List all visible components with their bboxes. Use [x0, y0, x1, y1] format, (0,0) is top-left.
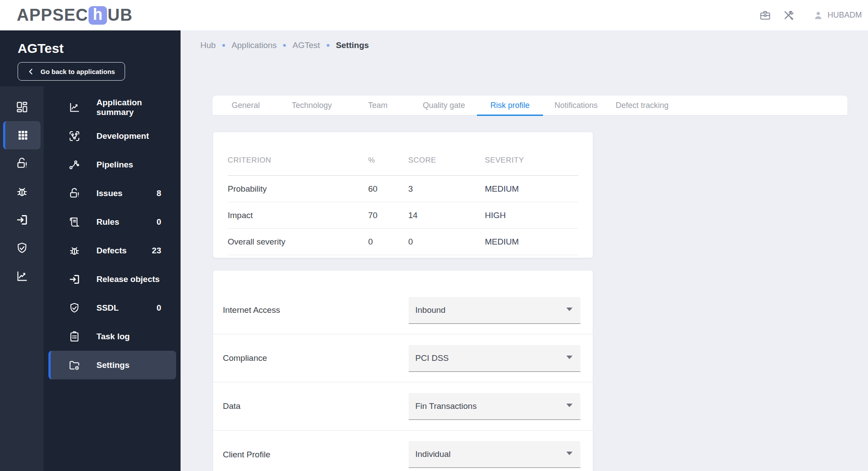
- sidebar-item-label: Task log: [96, 332, 130, 341]
- dropdown-caret-icon: [566, 308, 573, 311]
- sidebar-item-ssdl[interactable]: SSDL0: [44, 293, 181, 322]
- dashboard-icon: [15, 100, 29, 114]
- top-header: APPSEChUB HUBADM: [0, 0, 868, 30]
- field-label: Compliance: [223, 353, 267, 363]
- breadcrumb-separator-dot: [327, 44, 329, 47]
- form-row-client-profile: Client ProfileIndividual: [213, 430, 593, 471]
- tab-defect-tracking[interactable]: Defect tracking: [609, 96, 675, 115]
- breadcrumb-separator-dot: [222, 44, 225, 47]
- breadcrumb-item-applications[interactable]: Applications: [232, 41, 277, 50]
- tools-icon[interactable]: [783, 9, 794, 21]
- sidebar-item-task-log[interactable]: Task log: [44, 322, 181, 351]
- sidebar-item-development[interactable]: Development: [44, 122, 181, 150]
- task-log-icon: [68, 330, 81, 343]
- field-label: Client Profile: [223, 450, 270, 460]
- sidebar-item-rules[interactable]: Rules0: [44, 208, 181, 236]
- cell-percent: 60: [368, 184, 408, 194]
- bug-icon: [15, 185, 29, 198]
- sidebar-item-label: Pipelines: [96, 160, 133, 170]
- logo-text-left: APPSEC: [17, 6, 88, 25]
- sidebar-item-defects[interactable]: Defects23: [44, 236, 181, 265]
- internet-access-select[interactable]: Inbound: [409, 297, 580, 324]
- chart-line-icon: [15, 270, 29, 283]
- tab-team[interactable]: Team: [345, 96, 411, 115]
- app-logo[interactable]: APPSEChUB: [17, 6, 133, 25]
- tab-risk-profile[interactable]: Risk profile: [477, 96, 543, 115]
- back-button-label: Go back to applications: [41, 68, 115, 75]
- dev-icon: [68, 130, 81, 142]
- sidebar-item-label: Application summary: [96, 98, 161, 117]
- table-row: Overall severity00MEDIUM: [228, 229, 578, 255]
- selected-value: Individual: [415, 449, 451, 459]
- sidebar-app-header: AGTest Go back to applications: [0, 30, 181, 86]
- sidebar-item-label: Rules: [96, 217, 119, 227]
- rail-item-defects[interactable]: [0, 178, 44, 206]
- cell-severity: HIGH: [485, 211, 578, 220]
- cell-percent: 70: [368, 211, 408, 220]
- tab-general[interactable]: General: [213, 96, 279, 115]
- rail-item-summary[interactable]: [0, 262, 44, 290]
- sidebar-item-pipelines[interactable]: Pipelines: [44, 150, 181, 179]
- tab-quality-gate[interactable]: Quality gate: [411, 96, 477, 115]
- rail-item-issues[interactable]: [0, 149, 44, 178]
- tab-technology[interactable]: Technology: [279, 96, 345, 115]
- lock-alert-icon: [68, 187, 81, 200]
- cell-criterion: Probability: [228, 184, 368, 194]
- sidebar-item-issues[interactable]: Issues8: [44, 179, 181, 208]
- logo-accent-block: h: [89, 6, 107, 25]
- rail-item-ssdl[interactable]: [0, 234, 44, 262]
- shield-check-icon: [15, 241, 29, 255]
- chevron-left-icon: [28, 68, 34, 75]
- cell-severity: MEDIUM: [485, 237, 578, 247]
- lock-alert-icon: [15, 157, 29, 170]
- dropdown-caret-icon: [566, 356, 573, 359]
- compliance-select[interactable]: PCI DSS: [409, 345, 580, 372]
- sidebar-item-release-objects[interactable]: Release objects: [44, 265, 181, 293]
- rail-item-applications[interactable]: [3, 121, 41, 149]
- breadcrumb-item-agtest[interactable]: AGTest: [292, 41, 320, 50]
- cell-severity: MEDIUM: [485, 184, 578, 194]
- shield-check-icon: [68, 302, 81, 314]
- column-header: %: [368, 156, 408, 165]
- dropdown-caret-icon: [566, 452, 573, 455]
- bug-icon: [68, 245, 81, 257]
- application-name: AGTest: [18, 41, 181, 56]
- folder-gear-icon: [68, 359, 81, 371]
- sidebar: AGTest Go back to applications Applicati…: [0, 30, 181, 471]
- data-select[interactable]: Fin Transactions: [409, 393, 580, 420]
- cell-score: 0: [408, 237, 485, 247]
- selected-value: Fin Transactions: [415, 401, 476, 411]
- sidebar-item-count: 0: [156, 303, 161, 313]
- tab-notifications[interactable]: Notifications: [543, 96, 609, 115]
- briefcase-icon[interactable]: [759, 9, 771, 21]
- sidebar-item-label: Settings: [96, 360, 129, 370]
- risk-table-header: CRITERION%SCORESEVERITY: [228, 132, 578, 176]
- sidebar-item-settings[interactable]: Settings: [48, 351, 176, 379]
- sidebar-item-count: 0: [156, 217, 161, 227]
- user-menu[interactable]: HUBADM: [813, 10, 862, 21]
- sidebar-item-label: SSDL: [96, 303, 119, 313]
- field-label: Internet Access: [223, 305, 280, 315]
- form-row-data: DataFin Transactions: [213, 382, 593, 430]
- breadcrumb-item-settings: Settings: [336, 41, 369, 50]
- breadcrumb: HubApplicationsAGTestSettings: [181, 30, 868, 52]
- rail-item-dashboard[interactable]: [0, 93, 44, 121]
- sidebar-item-label: Issues: [96, 189, 122, 198]
- sidebar-item-label: Defects: [96, 246, 127, 256]
- sidebar-item-count: 8: [156, 189, 161, 198]
- client-profile-select[interactable]: Individual: [409, 441, 580, 468]
- go-back-to-applications-button[interactable]: Go back to applications: [18, 62, 125, 81]
- rules-icon: [68, 216, 81, 228]
- field-label: Data: [223, 401, 240, 411]
- breadcrumb-separator-dot: [283, 44, 286, 47]
- user-name: HUBADM: [827, 11, 862, 20]
- table-row: Probability603MEDIUM: [228, 176, 578, 202]
- risk-criteria-card: CRITERION%SCORESEVERITY Probability603ME…: [213, 132, 593, 258]
- sidebar-item-label: Release objects: [96, 274, 160, 284]
- breadcrumb-item-hub[interactable]: Hub: [200, 41, 216, 50]
- selected-value: PCI DSS: [415, 353, 449, 363]
- sidebar-item-application-summary[interactable]: Application summary: [44, 93, 181, 122]
- pipelines-icon: [68, 159, 81, 171]
- rail-item-release-objects[interactable]: [0, 206, 44, 234]
- sidebar-body: Application summaryDevelopmentPipelinesI…: [0, 86, 181, 471]
